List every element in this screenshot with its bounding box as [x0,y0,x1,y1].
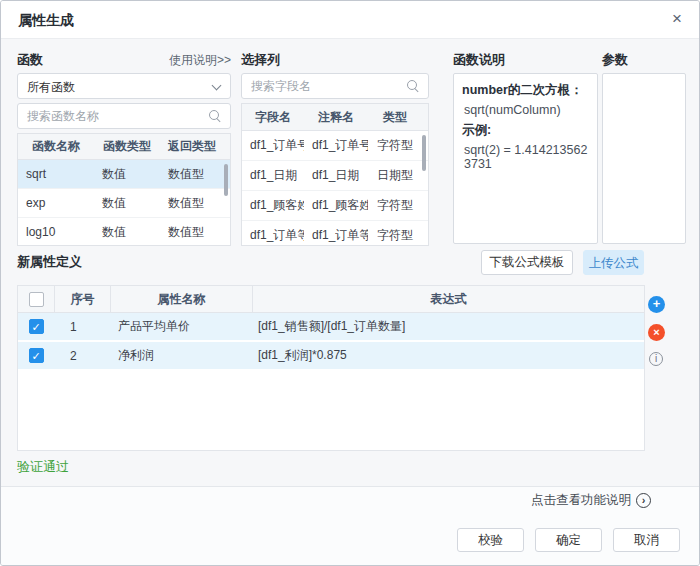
params-label: 参数 [602,51,628,69]
col-header: 序号 [54,286,110,313]
attribute-expression: [df1_利润]*0.875 [252,347,644,364]
field-name: df1_订单等级 [242,227,304,244]
row-checkbox[interactable] [29,319,44,334]
column-row[interactable]: df1_订单等级 df1_订单等级 字符型 [242,221,428,246]
field-comment: df1_订单号 [304,137,368,154]
function-return: 数值型 [160,195,224,212]
new-attributes-label: 新属性定义 [17,253,82,271]
function-row-sqrt[interactable]: sqrt 数值 数值型 [18,160,230,189]
function-table-header: 函数名称 函数类型 返回类型 [18,134,230,160]
confirm-button[interactable]: 确定 [535,528,602,552]
attribute-index: 1 [54,320,110,334]
verify-button[interactable]: 校验 [457,528,524,552]
field-search-input[interactable] [242,74,428,98]
doc-example-label: 示例: [462,122,589,139]
cancel-button[interactable]: 取消 [613,528,680,552]
row-checkbox[interactable] [29,348,44,363]
column-row[interactable]: df1_日期 df1_日期 日期型 [242,161,428,191]
chevron-down-icon [212,81,222,91]
functions-label: 函数 [17,51,43,69]
dialog-title: 属性生成 [18,12,74,30]
function-name: sqrt [18,167,94,181]
add-row-icon[interactable]: + [648,296,665,313]
search-icon [407,80,420,93]
function-return: 数值型 [160,224,224,241]
upload-formula-button[interactable]: 上传公式 [583,250,644,275]
attribute-generation-dialog: 属性生成 × 函数 使用说明>> 所有函数 函数名称 函数类型 返回类型 sqr… [0,0,700,566]
usage-instructions-link[interactable]: 使用说明>> [116,52,231,69]
field-name: df1_顾客姓名 [242,197,304,214]
new-attributes-header: 序号 属性名称 表达式 [18,286,644,313]
function-type: 数值 [94,195,160,212]
col-header: 类型 [368,109,422,126]
col-header: 表达式 [252,286,644,313]
col-header: 函数名称 [18,138,94,155]
help-link-row: 点击查看功能说明› [381,492,651,509]
function-row-log10[interactable]: log10 数值 数值型 [18,218,230,246]
function-name: log10 [18,225,94,239]
function-type: 数值 [94,224,160,241]
columns-table-header: 字段名 注释名 类型 [242,104,428,131]
attribute-index: 2 [54,349,110,363]
field-name: df1_订单号 [242,137,304,154]
function-category-select[interactable]: 所有函数 [17,73,231,99]
field-comment: df1_订单等级 [304,227,368,244]
delete-row-icon[interactable]: × [648,324,665,341]
help-link[interactable]: 点击查看功能说明 [531,493,631,507]
function-doc-box: number的二次方根： sqrt(numColumn) 示例: sqrt(2)… [453,73,598,244]
field-name: df1_日期 [242,167,304,184]
search-icon [209,110,222,123]
col-header: 返回类型 [160,138,224,155]
column-row[interactable]: df1_订单号 df1_订单号 字符型 [242,131,428,161]
columns-label: 选择列 [241,51,280,69]
doc-summary: number的二次方根： [462,82,589,99]
function-row-exp[interactable]: exp 数值 数值型 [18,189,230,218]
select-all-checkbox[interactable] [29,292,44,307]
close-icon[interactable]: × [672,9,682,29]
info-icon[interactable]: i [649,352,663,366]
doc-signature: sqrt(numColumn) [462,103,589,117]
column-row[interactable]: df1_顾客姓名 df1_顾客姓名 字符型 [242,191,428,221]
attribute-row[interactable]: 2 净利润 [df1_利润]*0.875 [18,342,644,371]
col-header: 函数类型 [94,138,160,155]
attribute-expression: [df1_销售额]/[df1_订单数量] [252,318,644,335]
field-search-box [241,73,429,99]
field-type: 字符型 [368,137,422,154]
attribute-name: 净利润 [110,347,252,364]
field-comment: df1_顾客姓名 [304,197,368,214]
field-type: 字符型 [368,227,422,244]
field-comment: df1_日期 [304,167,368,184]
function-name: exp [18,196,94,210]
function-type: 数值 [94,166,160,183]
function-return: 数值型 [160,166,224,183]
dialog-header: 属性生成 × [1,1,699,39]
function-category-value: 所有函数 [27,79,75,96]
attribute-name: 产品平均单价 [110,318,252,335]
scrollbar-thumb[interactable] [224,164,228,196]
params-box [602,73,686,244]
function-search-box [17,103,231,129]
function-table: 函数名称 函数类型 返回类型 sqrt 数值 数值型 exp 数值 数值型 lo… [17,133,231,246]
validation-status[interactable]: 验证通过 [17,458,69,476]
col-header: 属性名称 [110,286,252,313]
columns-table: 字段名 注释名 类型 df1_订单号 df1_订单号 字符型 df1_日期 df… [241,103,429,246]
scrollbar-thumb[interactable] [422,135,426,171]
download-template-button[interactable]: 下载公式模板 [481,250,573,275]
attribute-row[interactable]: 1 产品平均单价 [df1_销售额]/[df1_订单数量] [18,313,644,342]
function-doc-label: 函数说明 [453,51,505,69]
arrow-right-icon[interactable]: › [636,493,651,508]
field-type: 字符型 [368,197,422,214]
col-header: 注释名 [304,109,368,126]
new-attributes-table: 序号 属性名称 表达式 1 产品平均单价 [df1_销售额]/[df1_订单数量… [17,285,645,451]
doc-example: sqrt(2) = 1.4142135623731 [462,143,589,171]
col-header: 字段名 [242,109,304,126]
function-search-input[interactable] [18,104,230,128]
field-type: 日期型 [368,167,422,184]
